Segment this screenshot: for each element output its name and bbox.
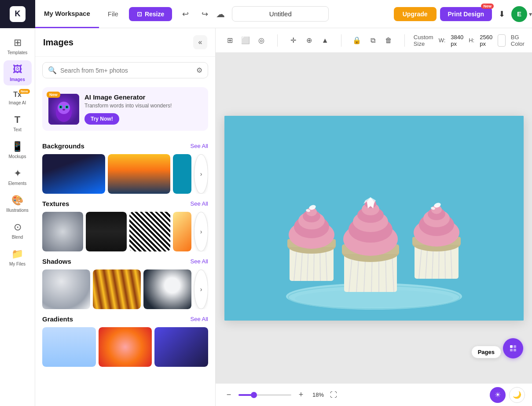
dark-theme-button[interactable]: 🌙: [509, 387, 525, 403]
gradient-thumb-3[interactable]: [154, 327, 208, 367]
texture-thumb-1[interactable]: [42, 212, 83, 251]
transform-tools-group: ✛ ⊕ ▲: [286, 33, 332, 48]
redo-button[interactable]: ↪: [197, 6, 213, 22]
pages-label-button[interactable]: Pages: [471, 346, 501, 358]
gradient-thumb-2[interactable]: [99, 327, 152, 367]
texture-thumb-4[interactable]: [173, 212, 191, 251]
print-label: Print Design: [448, 11, 484, 18]
search-bar: 🔍 ⚙: [42, 62, 208, 78]
images-label: Images: [10, 77, 25, 82]
sidebar-item-my-files[interactable]: 📁 My Files: [4, 245, 32, 270]
shadows-next-button[interactable]: ›: [194, 269, 208, 309]
shape-tools-group: ⊞ ⬜ ◎: [223, 33, 268, 48]
zoom-slider-thumb[interactable]: [251, 392, 257, 398]
shadow-image-1: [42, 269, 90, 309]
zoom-slider[interactable]: [238, 394, 291, 396]
resize-button[interactable]: ⊡ Resize: [129, 7, 172, 21]
crop-tool[interactable]: ⬜: [238, 33, 253, 48]
select-all-tool[interactable]: ⊞: [223, 33, 237, 48]
pages-circle-button[interactable]: [503, 338, 523, 358]
textures-section-header: Textures See All: [42, 200, 208, 207]
upgrade-button[interactable]: Upgrade: [394, 7, 437, 21]
backgrounds-next-button[interactable]: ›: [194, 154, 208, 194]
lock-tool[interactable]: 🔒: [350, 33, 364, 48]
light-theme-button[interactable]: ☀: [490, 387, 506, 403]
app-logo[interactable]: K: [0, 0, 35, 28]
sidebar-item-blend[interactable]: ⊙ Blend: [4, 218, 32, 243]
background-thumb-2[interactable]: [108, 154, 171, 194]
document-title-input[interactable]: [232, 6, 329, 22]
user-avatar[interactable]: E: [511, 6, 527, 22]
ai-try-now-button[interactable]: Try Now!: [84, 113, 119, 125]
backgrounds-see-all-button[interactable]: See All: [191, 143, 208, 149]
sidebar-item-images[interactable]: 🖼 Images: [4, 60, 32, 85]
duplicate-tool[interactable]: ⧉: [366, 33, 380, 48]
zoom-out-button[interactable]: −: [223, 389, 235, 401]
texture-image-2: [86, 212, 127, 251]
ai-banner-content: AI Image Generator Transform words into …: [84, 93, 202, 125]
textures-title: Textures: [42, 200, 69, 207]
shadow-thumb-1[interactable]: [42, 269, 90, 309]
background-image-1: [42, 154, 105, 194]
textures-see-all-button[interactable]: See All: [191, 200, 208, 207]
svg-point-5: [60, 106, 62, 108]
sidebar-item-illustrations[interactable]: 🎨 Illustrations: [4, 191, 32, 216]
panel-collapse-button[interactable]: «: [193, 35, 207, 49]
layers-tool[interactable]: ⊕: [302, 33, 316, 48]
backgrounds-section-header: Backgrounds See All: [42, 142, 208, 150]
background-thumb-1[interactable]: [42, 154, 105, 194]
texture-image-3: [129, 212, 170, 251]
height-value: 2560 px: [480, 34, 492, 47]
texture-thumb-2[interactable]: [86, 212, 127, 251]
ai-banner-image: [48, 94, 79, 125]
shadow-thumb-2[interactable]: [93, 269, 141, 309]
filter-button[interactable]: ⚙: [196, 66, 202, 74]
image-ai-new-badge: New: [19, 89, 29, 94]
mask-tool[interactable]: ◎: [254, 33, 268, 48]
my-files-icon: 📁: [11, 248, 23, 260]
bg-color-label: BG Color: [511, 34, 525, 47]
flip-tool[interactable]: ▲: [318, 33, 332, 48]
images-panel: Images « 🔍 ⚙ New: [35, 28, 216, 406]
texture-thumb-3[interactable]: [129, 212, 170, 251]
shadows-section-header: Shadows See All: [42, 258, 208, 265]
ai-banner-description: Transform words into visual wonders!: [84, 103, 202, 109]
canvas-toolbar: ⊞ ⬜ ◎ ✛ ⊕ ▲ 🔒 ⧉ 🗑 Custom Size W: 3840 px…: [216, 28, 532, 53]
workspace-tab[interactable]: My Workspace: [35, 0, 99, 28]
my-files-label: My Files: [9, 262, 26, 266]
bg-color-swatch[interactable]: [498, 34, 506, 47]
background-thumb-3[interactable]: [173, 154, 191, 194]
svg-point-6: [66, 106, 68, 108]
texture-image-4: [173, 212, 191, 251]
shadows-see-all-button[interactable]: See All: [191, 258, 208, 265]
canvas-viewport[interactable]: Pages: [216, 53, 532, 383]
search-input[interactable]: [60, 67, 193, 74]
sidebar-item-mockups[interactable]: 📱 Mockups: [4, 137, 32, 162]
file-tab[interactable]: File: [99, 0, 127, 28]
canvas-area: ⊞ ⬜ ◎ ✛ ⊕ ▲ 🔒 ⧉ 🗑 Custom Size W: 3840 px…: [216, 28, 532, 406]
shadow-thumb-3[interactable]: [143, 269, 191, 309]
move-tool[interactable]: ✛: [286, 33, 301, 48]
bottom-bar: − + 18% ⛶ ☀ 🌙: [216, 383, 532, 406]
backgrounds-grid: ›: [42, 154, 208, 194]
undo-button[interactable]: ↩: [177, 6, 193, 22]
sidebar-item-text[interactable]: T Text: [4, 111, 32, 136]
print-design-button[interactable]: Print Design New: [440, 7, 492, 21]
sidebar-item-image-ai[interactable]: New Tx Image AI: [4, 87, 32, 109]
gradient-thumb-1[interactable]: [42, 327, 96, 367]
sidebar-item-templates[interactable]: ⊞ Templates: [4, 33, 32, 59]
lock-tools-group: 🔒 ⧉ 🗑: [350, 33, 396, 48]
fit-to-screen-button[interactable]: ⛶: [327, 389, 340, 401]
gradients-see-all-button[interactable]: See All: [191, 316, 208, 322]
print-new-badge: New: [481, 4, 494, 9]
zoom-in-button[interactable]: +: [295, 389, 307, 401]
sidebar-item-elements[interactable]: ✦ Elements: [4, 164, 32, 189]
left-sidebar: ⊞ Templates 🖼 Images New Tx Image AI T T…: [0, 28, 35, 406]
delete-tool[interactable]: 🗑: [382, 33, 396, 48]
elements-icon: ✦: [14, 168, 22, 179]
cloud-save-button[interactable]: ☁: [213, 6, 228, 22]
download-button[interactable]: ⬇: [494, 6, 510, 22]
textures-next-button[interactable]: ›: [194, 212, 208, 251]
templates-icon: ⊞: [14, 37, 22, 48]
avatar-chevron-icon[interactable]: ▾: [529, 11, 532, 18]
